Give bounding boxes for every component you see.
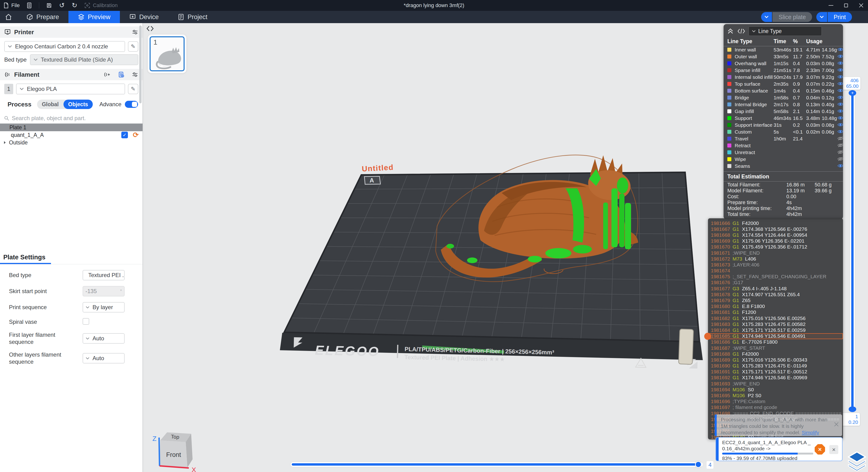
slice-options-button[interactable] <box>761 12 772 22</box>
gcode-line[interactable]: 1981666G1F42000 <box>708 220 843 226</box>
tab-preview[interactable]: Preview <box>68 11 120 23</box>
redo-button[interactable]: ↻ <box>72 2 77 9</box>
advance-toggle[interactable] <box>125 101 138 108</box>
add-filament-icon[interactable] <box>104 71 111 78</box>
object-visible-checkbox[interactable]: ✓ <box>121 132 128 138</box>
gcode-current-line-marker[interactable] <box>704 333 711 340</box>
gcode-line[interactable]: 1981667G1X174.368 Y126.566 E-.00276 <box>708 226 843 232</box>
tab-prepare[interactable]: Prepare <box>17 11 68 23</box>
ps-print-sequence-select[interactable]: By layer <box>83 302 125 312</box>
gcode-line[interactable]: 1981691G1X175.171 Y126.517 E-.00512 <box>708 369 843 375</box>
filament-settings-icon[interactable] <box>132 71 138 78</box>
gcode-line[interactable]: 1981696;TYPE:Custom <box>708 399 843 405</box>
gcode-line[interactable]: 1981682G1X175.016 Y126.506 E.00256 <box>708 315 843 321</box>
tab-project[interactable]: Project <box>168 11 217 23</box>
collapse-panel-icon[interactable] <box>727 28 734 34</box>
visibility-on-icon[interactable] <box>837 81 843 87</box>
gcode-line[interactable]: 1981683G1X175.283 Y126.475 E.00582 <box>708 321 843 327</box>
filament-preset-select[interactable]: Elegoo PLA <box>16 84 125 94</box>
filament-slot-number[interactable]: 1 <box>4 84 13 94</box>
file-menu[interactable]: File <box>3 2 20 8</box>
filament-library-icon[interactable] <box>118 71 125 78</box>
gcode-line[interactable]: 1981680G1E.8 F1800 <box>708 304 843 309</box>
visibility-on-icon[interactable] <box>837 61 843 66</box>
visibility-on-icon[interactable] <box>837 102 843 107</box>
edit-filament-button[interactable]: ✎ <box>128 84 138 94</box>
process-scope-objects[interactable]: Objects <box>63 100 93 109</box>
upload-close-button[interactable]: × <box>829 445 838 454</box>
ps-bed-type-select[interactable]: Textured PEI ... <box>83 270 125 280</box>
gcode-line[interactable]: 1981688G1F42000 <box>708 351 843 357</box>
gcode-line[interactable]: 1981670G1X175.459 Y126.356 E-.01712 <box>708 244 843 250</box>
gcode-view-icon[interactable] <box>737 28 745 34</box>
layer-slider[interactable]: + <box>850 91 855 412</box>
calibration-menu[interactable]: Calibration <box>84 2 118 8</box>
tree-item-plate[interactable]: Plate 1 <box>0 124 143 131</box>
visibility-on-icon[interactable] <box>837 122 843 128</box>
visibility-on-icon[interactable] <box>837 116 843 121</box>
visibility-on-icon[interactable] <box>837 47 843 53</box>
close-button[interactable] <box>858 2 865 9</box>
notes-menu[interactable] <box>27 2 32 8</box>
object-sync-icon[interactable]: ⟳ <box>133 131 139 138</box>
maximize-button[interactable] <box>842 2 849 9</box>
gcode-line[interactable]: 1981678G1X174.907 Y126.551 Z65.4 <box>708 291 843 297</box>
print-options-button[interactable] <box>816 12 827 22</box>
visibility-on-icon[interactable] <box>837 54 843 60</box>
ps-spiral-vase-checkbox[interactable] <box>83 318 89 325</box>
gcode-line[interactable]: 1981689G1X175.016 Y126.506 E-.00343 <box>708 357 843 363</box>
ps-first-layer-select[interactable]: Auto <box>83 333 125 344</box>
tree-item-object[interactable]: quant_1_A_A ✓ ⟳ <box>0 131 143 139</box>
gcode-line[interactable]: 1981695M106P2 S0 <box>708 392 843 398</box>
visibility-on-icon[interactable] <box>837 108 843 114</box>
gcode-line[interactable]: 1981690G1X175.283 Y126.475 E-.01149 <box>708 363 843 369</box>
gcode-line[interactable]: 1981687;WIPE_START <box>708 345 843 351</box>
view-mode-select[interactable]: Line Type <box>749 26 822 36</box>
visibility-off-icon[interactable] <box>837 136 843 141</box>
gcode-line[interactable]: 1981685G1X174.946 Y126.546 E.00491 <box>708 333 843 339</box>
gcode-line[interactable]: 1981675;_SET_FAN_SPEED_CHANGING_LAYER <box>708 274 843 280</box>
search-input[interactable] <box>12 115 120 122</box>
printer-settings-icon[interactable] <box>132 29 138 35</box>
ps-other-layers-select[interactable]: Auto <box>83 353 125 364</box>
visibility-off-icon[interactable] <box>837 150 843 155</box>
print-button[interactable]: Print <box>828 12 852 22</box>
upload-cancel-button[interactable]: × <box>815 444 825 454</box>
simplify-toast-close-icon[interactable] <box>834 421 839 429</box>
visibility-on-icon[interactable] <box>837 74 843 80</box>
save-button[interactable] <box>46 3 52 8</box>
gcode-line[interactable]: 1981671;WIPE_END <box>708 250 843 256</box>
process-scope-global[interactable]: Global <box>37 100 63 109</box>
gcode-line[interactable]: 1981686G1E-.77026 F1800 <box>708 339 843 345</box>
tree-item-outside[interactable]: Outside <box>0 139 143 146</box>
bed-type-select[interactable]: Textured Build Plate (Side A) <box>30 54 138 65</box>
tab-device[interactable]: Device <box>120 11 168 23</box>
ps-skirt-input[interactable]: -135 ° <box>83 286 125 296</box>
printer-preset-select[interactable]: Elegoo Centauri Carbon 2 0.4 nozzle <box>4 41 125 52</box>
gcode-line[interactable]: 1981697; filament end gcode <box>708 405 843 410</box>
navigation-cube[interactable]: Y Top Front Z X <box>147 424 199 472</box>
gcode-line[interactable]: 1981668G1X174.554 Y126.444 E-.00954 <box>708 232 843 238</box>
gcode-line[interactable]: 1981694M106S0 <box>708 386 843 392</box>
sidebar-scrollbar[interactable] <box>139 26 142 103</box>
gcode-line[interactable]: 1981672M73L406 <box>708 256 843 262</box>
gcode-line[interactable]: 1981684G1X175.171 Y126.517 E.00259 <box>708 327 843 333</box>
gcode-viewer[interactable]: 1981666G1F420001981667G1X174.368 Y126.56… <box>708 218 843 439</box>
gcode-line[interactable]: 1981674 <box>708 268 843 274</box>
visibility-on-icon[interactable] <box>837 67 843 73</box>
layers-view-icon[interactable] <box>848 451 866 471</box>
gcode-line[interactable]: 1981677G3Z65.4 I-.405 J-1.148 <box>708 286 843 291</box>
visibility-on-icon[interactable] <box>837 129 843 135</box>
move-slider-handle[interactable] <box>695 461 702 468</box>
gcode-line[interactable]: 1981676;G17 <box>708 280 843 286</box>
visibility-on-icon[interactable] <box>837 95 843 100</box>
tab-home[interactable] <box>0 11 17 23</box>
move-slider[interactable] <box>290 462 703 467</box>
gcode-line[interactable]: 1981673;LAYER:406 <box>708 262 843 268</box>
slice-plate-button[interactable]: Slice plate <box>772 12 812 22</box>
layer-slider-top-handle[interactable]: + <box>849 90 856 96</box>
edit-printer-button[interactable]: ✎ <box>128 41 138 52</box>
visibility-on-icon[interactable] <box>837 163 843 169</box>
layer-slider-bottom-handle[interactable] <box>849 406 856 412</box>
gcode-line[interactable]: 1981681G1F1200 <box>708 309 843 315</box>
